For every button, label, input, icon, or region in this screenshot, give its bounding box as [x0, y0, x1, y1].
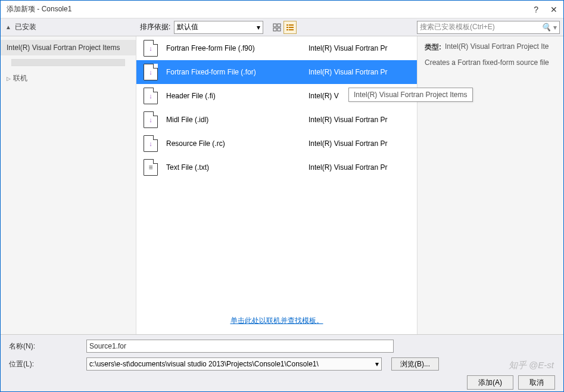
- svg-rect-1: [278, 24, 281, 27]
- sidebar-scrollbar[interactable]: [11, 59, 125, 66]
- template-name: Fortran Fixed-form File (.for): [166, 68, 309, 76]
- template-name: Fortran Free-form File (.f90): [166, 44, 309, 52]
- titlebar-buttons: ? ✕: [534, 5, 557, 14]
- cancel-button[interactable]: 取消: [518, 375, 555, 390]
- list-icon: [286, 23, 294, 32]
- chevron-up-icon: ▲: [5, 24, 11, 30]
- detail-type-value: Intel(R) Visual Fortran Project Ite: [445, 42, 549, 52]
- svg-rect-7: [289, 27, 294, 28]
- grid-view-button[interactable]: [270, 21, 283, 34]
- name-row: 名称(N): Source1.for: [9, 340, 555, 353]
- name-value: Source1.for: [89, 342, 126, 350]
- template-category: Intel(R) Visual Fortran Pr: [309, 44, 410, 52]
- file-icon: [144, 135, 158, 152]
- svg-rect-9: [289, 29, 294, 30]
- svg-rect-3: [278, 28, 281, 31]
- sidebar-item-online[interactable]: ▷ 联机: [1, 71, 136, 86]
- installed-label: 已安装: [15, 22, 36, 32]
- titlebar: 添加新项 - Console1 ? ✕: [1, 1, 563, 18]
- file-icon: [144, 64, 158, 80]
- file-icon: [144, 40, 158, 57]
- main-area: Intel(R) Visual Fortran Project Items ▷ …: [1, 36, 563, 334]
- location-value: c:\users\e-st\documents\visual studio 20…: [89, 360, 319, 368]
- sidebar: Intel(R) Visual Fortran Project Items ▷ …: [1, 36, 136, 334]
- svg-rect-4: [286, 24, 288, 26]
- browse-button[interactable]: 浏览(B)...: [391, 357, 439, 371]
- detail-type-label: 类型:: [425, 42, 441, 52]
- template-category: Intel(R) Visual Fortran Pr: [309, 116, 410, 124]
- location-label: 位置(L):: [9, 359, 80, 369]
- bottom-panel: 名称(N): Source1.for 位置(L): c:\users\e-st\…: [1, 334, 563, 392]
- svg-rect-2: [273, 28, 276, 31]
- template-list: Fortran Free-form File (.f90) Intel(R) V…: [136, 36, 417, 179]
- chevron-down-icon: ▾: [257, 23, 260, 32]
- location-row: 位置(L): c:\users\e-st\documents\visual st…: [9, 357, 555, 371]
- sort-label: 排序依据:: [140, 22, 170, 32]
- search-placeholder: 搜索已安装模板(Ctrl+E): [420, 22, 541, 32]
- template-category: Intel(R) Visual Fortran Pr: [309, 163, 410, 172]
- template-item-f90[interactable]: Fortran Free-form File (.f90) Intel(R) V…: [136, 36, 417, 60]
- detail-description: Creates a Fortran fixed-form source file: [425, 57, 556, 68]
- add-button[interactable]: 添加(A): [467, 375, 513, 390]
- name-input[interactable]: Source1.for: [86, 340, 394, 353]
- detail-type-row: 类型: Intel(R) Visual Fortran Project Ite: [425, 42, 556, 52]
- svg-rect-8: [286, 29, 288, 30]
- tooltip: Intel(R) Visual Fortran Project Items: [348, 88, 473, 102]
- sort-section: 排序依据: 默认值 ▾: [136, 21, 300, 34]
- template-name: Text File (.txt): [166, 163, 309, 172]
- toolbar: ▲ 已安装 排序依据: 默认值 ▾ 搜索已安装模板(Ctrl+E) 🔍 ▾: [1, 18, 563, 36]
- template-category: Intel(R) Visual Fortran Pr: [309, 139, 410, 148]
- search-icon: 🔍: [541, 23, 551, 32]
- view-toggle: [270, 21, 297, 34]
- caret-right-icon: ▷: [7, 76, 11, 82]
- svg-rect-0: [273, 24, 276, 27]
- help-button[interactable]: ?: [534, 5, 538, 14]
- template-item-txt[interactable]: Text File (.txt) Intel(R) Visual Fortran…: [136, 155, 417, 179]
- dialog-buttons: 添加(A) 取消: [9, 375, 555, 390]
- location-dropdown[interactable]: c:\users\e-st\documents\visual studio 20…: [86, 357, 382, 371]
- grid-icon: [273, 23, 281, 32]
- close-button[interactable]: ✕: [550, 5, 557, 14]
- template-list-panel: Fortran Free-form File (.f90) Intel(R) V…: [136, 36, 417, 334]
- window-title: 添加新项 - Console1: [7, 4, 534, 14]
- sidebar-category-fortran[interactable]: Intel(R) Visual Fortran Project Items: [1, 40, 136, 55]
- file-icon: [144, 111, 158, 128]
- chevron-down-icon: ▾: [375, 360, 379, 368]
- template-name: Resource File (.rc): [166, 139, 309, 148]
- list-view-button[interactable]: [283, 21, 297, 34]
- svg-rect-5: [289, 24, 294, 26]
- template-name: Midl File (.idl): [166, 116, 309, 124]
- svg-rect-6: [286, 27, 288, 28]
- template-item-rc[interactable]: Resource File (.rc) Intel(R) Visual Fort…: [136, 132, 417, 155]
- name-label: 名称(N):: [9, 341, 80, 351]
- template-item-idl[interactable]: Midl File (.idl) Intel(R) Visual Fortran…: [136, 108, 417, 132]
- sort-value: 默认值: [177, 22, 198, 32]
- template-category: Intel(R) Visual Fortran Pr: [309, 68, 410, 76]
- search-input[interactable]: 搜索已安装模板(Ctrl+E) 🔍 ▾: [417, 21, 560, 34]
- chevron-down-icon: ▾: [553, 23, 557, 32]
- file-icon: [144, 88, 158, 104]
- online-label: 联机: [13, 73, 27, 83]
- template-item-for[interactable]: Fortran Fixed-form File (.for) Intel(R) …: [136, 60, 417, 84]
- online-templates-link[interactable]: 单击此处以联机并查找模板。: [230, 316, 323, 326]
- template-name: Header File (.fi): [166, 92, 309, 100]
- sort-dropdown[interactable]: 默认值 ▾: [174, 21, 263, 34]
- file-icon: [144, 159, 158, 176]
- installed-header[interactable]: ▲ 已安装: [1, 18, 136, 36]
- details-panel: 类型: Intel(R) Visual Fortran Project Ite …: [417, 36, 563, 334]
